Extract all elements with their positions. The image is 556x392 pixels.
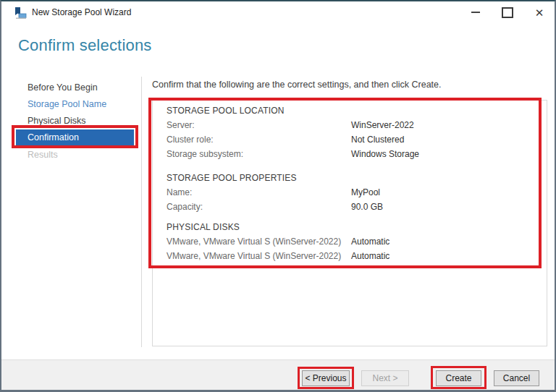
summary-row: Cluster role: Not Clustered (167, 132, 539, 147)
nav-item-physical-disks[interactable]: Physical Disks (16, 113, 134, 129)
window-title: New Storage Pool Wizard (32, 7, 131, 17)
minimize-button[interactable] (463, 1, 488, 23)
new-storage-pool-wizard-window: New Storage Pool Wizard ✕ Confirm select… (0, 0, 556, 392)
section-title: PHYSICAL DISKS (167, 220, 539, 234)
summary-row: Name: MyPool (167, 185, 539, 200)
close-icon: ✕ (535, 7, 544, 18)
summary-row: Storage subsystem: Windows Storage (167, 147, 539, 161)
row-value: 90.0 GB (351, 200, 383, 214)
nav-item-storage-pool-name[interactable]: Storage Pool Name (16, 96, 134, 113)
page-title: Confirm selections (18, 36, 152, 55)
nav-item-before-you-begin[interactable]: Before You Begin (16, 80, 134, 96)
summary-row: VMware, VMware Virtual S (WinServer-2022… (167, 249, 539, 263)
row-label: Cluster role: (167, 132, 351, 147)
sidebar-divider (141, 77, 142, 347)
summary-row: VMware, VMware Virtual S (WinServer-2022… (167, 234, 539, 249)
row-value: Automatic (351, 249, 389, 263)
row-label: Server: (167, 118, 351, 132)
row-value: Automatic (351, 234, 389, 249)
row-value: MyPool (351, 185, 380, 200)
nav-item-results: Results (16, 147, 134, 163)
create-button[interactable]: Create (436, 370, 481, 386)
maximize-icon (502, 7, 513, 18)
section-physical-disks: PHYSICAL DISKS VMware, VMware Virtual S … (167, 220, 539, 263)
row-label: Storage subsystem: (167, 147, 351, 161)
instruction-text: Confirm that the following are the corre… (152, 80, 442, 90)
titlebar: New Storage Pool Wizard ✕ (1, 1, 555, 25)
row-label: VMware, VMware Virtual S (WinServer-2022… (167, 234, 351, 249)
minimize-icon (471, 12, 480, 13)
section-title: STORAGE POOL LOCATION (167, 103, 539, 118)
maximize-button[interactable] (495, 1, 520, 23)
nav-item-confirmation[interactable]: Confirmation (16, 129, 134, 145)
row-label: Capacity: (167, 200, 351, 214)
storage-pool-wizard-icon (14, 7, 27, 20)
row-label: Name: (167, 185, 351, 200)
section-title: STORAGE POOL PROPERTIES (167, 171, 539, 185)
settings-summary-list: STORAGE POOL LOCATION Server: WinServer-… (152, 100, 547, 346)
section-storage-pool-properties: STORAGE POOL PROPERTIES Name: MyPool Cap… (167, 171, 539, 214)
row-value: Windows Storage (351, 147, 419, 161)
section-storage-pool-location: STORAGE POOL LOCATION Server: WinServer-… (167, 103, 539, 161)
summary-row: Capacity: 90.0 GB (167, 200, 539, 214)
close-button[interactable]: ✕ (527, 1, 552, 23)
summary-row: Server: WinServer-2022 (167, 118, 539, 132)
row-value: Not Clustered (351, 132, 404, 147)
previous-button[interactable]: < Previous (302, 370, 350, 386)
row-value: WinServer-2022 (351, 118, 414, 132)
next-button: Next > (361, 370, 409, 386)
row-label: VMware, VMware Virtual S (WinServer-2022… (167, 249, 351, 263)
cancel-button[interactable]: Cancel (494, 370, 539, 386)
